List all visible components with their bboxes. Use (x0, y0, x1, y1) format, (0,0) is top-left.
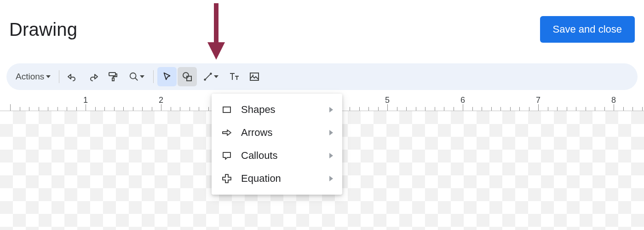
cursor-icon (162, 72, 172, 82)
select-tool-button[interactable] (157, 67, 177, 86)
ruler-tick (548, 107, 548, 111)
svg-rect-1 (112, 78, 114, 81)
ruler-tick (133, 107, 133, 111)
ruler-tick (482, 107, 482, 111)
image-icon (249, 71, 260, 82)
ruler-tick (529, 107, 529, 111)
ruler-tick (171, 107, 171, 111)
svg-rect-0 (109, 73, 115, 76)
undo-icon (67, 71, 78, 82)
ruler-tick (104, 107, 105, 111)
annotation-pointer-arrow (205, 1, 228, 61)
svg-rect-5 (187, 76, 191, 81)
ruler-tick (20, 107, 20, 111)
toolbar-separator (153, 70, 154, 83)
redo-icon (87, 71, 98, 82)
menu-item-label: Arrows (241, 127, 272, 139)
zoom-button[interactable] (124, 67, 150, 86)
chevron-down-icon (140, 75, 144, 78)
ruler-tick (48, 107, 48, 111)
image-button[interactable] (245, 67, 264, 86)
svg-line-8 (206, 74, 210, 79)
ruler-tick (538, 104, 539, 111)
actions-menu-button[interactable]: Actions (11, 68, 55, 85)
ruler-tick (642, 107, 643, 111)
line-icon (203, 72, 213, 82)
text-icon (229, 71, 240, 82)
ruler-tick (454, 107, 454, 111)
ruler-tick (199, 107, 199, 111)
ruler-tick (29, 107, 29, 111)
svg-rect-11 (223, 107, 230, 112)
ruler-tick (397, 107, 397, 111)
ruler-tick (39, 107, 39, 111)
dialog-title: Drawing (9, 19, 77, 40)
menu-item-equation[interactable]: Equation (212, 167, 342, 190)
menu-item-label: Callouts (241, 150, 277, 162)
menu-item-shapes[interactable]: Shapes (212, 98, 342, 121)
text-box-button[interactable] (224, 67, 244, 86)
chevron-right-icon (329, 130, 333, 135)
ruler-tick (567, 107, 567, 111)
ruler-tick (190, 107, 190, 111)
ruler-tick (76, 107, 77, 111)
menu-item-label: Shapes (241, 104, 276, 116)
ruler-tick (208, 107, 209, 111)
ruler-tick (123, 107, 124, 111)
ruler-tick (350, 107, 350, 111)
ruler-number: 8 (611, 95, 616, 105)
ruler-tick (557, 107, 558, 111)
ruler-number: 6 (460, 95, 465, 105)
rectangle-icon (221, 104, 233, 116)
svg-line-3 (135, 78, 138, 81)
paint-format-button[interactable] (104, 67, 123, 86)
ruler-tick (604, 107, 605, 111)
svg-point-10 (253, 75, 254, 76)
ruler-number: 5 (385, 95, 390, 105)
toolbar: Actions (6, 63, 638, 90)
chevron-right-icon (329, 153, 333, 158)
chevron-down-icon (46, 75, 51, 78)
undo-button[interactable] (63, 67, 82, 86)
ruler-tick (368, 107, 369, 111)
menu-item-callouts[interactable]: Callouts (212, 144, 342, 167)
redo-button[interactable] (83, 67, 103, 86)
shape-tool-button[interactable] (178, 67, 197, 86)
save-and-close-button[interactable]: Save and close (540, 16, 635, 43)
ruler-tick (586, 107, 586, 111)
ruler-number: 2 (159, 95, 163, 105)
line-tool-button[interactable] (198, 67, 224, 86)
svg-marker-13 (207, 42, 225, 60)
ruler-tick (416, 107, 416, 111)
ruler-tick (10, 104, 11, 111)
ruler-tick (378, 107, 379, 111)
ruler-tick (161, 104, 161, 111)
ruler-tick (472, 107, 473, 111)
chevron-right-icon (329, 176, 333, 181)
ruler-tick (58, 107, 58, 111)
chevron-right-icon (329, 107, 333, 112)
arrow-right-icon (221, 127, 233, 139)
shapes-icon (182, 71, 193, 82)
ruler-tick (86, 104, 86, 111)
ruler-tick (623, 107, 624, 111)
ruler-tick (491, 107, 492, 111)
ruler-tick (406, 107, 407, 111)
plus-icon (221, 173, 233, 185)
ruler-tick (595, 107, 595, 111)
ruler-tick (510, 107, 511, 111)
ruler-tick (435, 107, 435, 111)
ruler-number: 1 (83, 95, 88, 105)
ruler-number: 7 (536, 95, 540, 105)
menu-item-arrows[interactable]: Arrows (212, 121, 342, 144)
ruler-tick (114, 107, 115, 111)
ruler-tick (463, 104, 463, 111)
callout-icon (221, 150, 233, 162)
ruler-tick (519, 107, 520, 111)
ruler-tick (632, 107, 633, 111)
zoom-icon (129, 72, 139, 82)
header-bar: Drawing Save and close (0, 0, 644, 50)
ruler-tick (614, 104, 614, 111)
svg-point-4 (183, 73, 189, 78)
ruler-tick (500, 107, 501, 111)
